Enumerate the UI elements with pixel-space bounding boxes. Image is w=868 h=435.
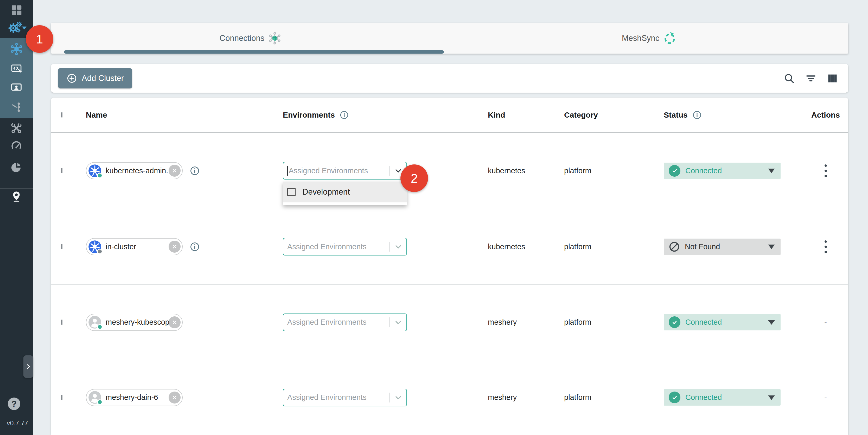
row-actions-menu-icon[interactable] — [823, 163, 829, 179]
status-info-icon[interactable] — [692, 110, 702, 120]
connection-name: kubernetes-admin... — [102, 166, 168, 175]
connection-name: meshery-dain-6 — [102, 393, 168, 402]
add-cluster-label: Add Cluster — [82, 74, 124, 83]
kind-cell: kubernetes — [488, 243, 564, 251]
help-button[interactable]: ? — [8, 398, 20, 410]
kind-cell: meshery — [488, 318, 564, 327]
avatar-icon — [88, 315, 102, 329]
sidebar-item-connections-mesh-icon[interactable] — [10, 43, 23, 55]
search-icon[interactable] — [783, 72, 795, 84]
tab-bar: Connections MeshSync — [51, 23, 848, 54]
sidebar-item-person-screen-icon[interactable] — [10, 82, 22, 93]
table-row: meshery-kubescop... Assigned Environment… — [51, 285, 848, 360]
select-all-checkbox[interactable] — [61, 112, 62, 118]
remove-connection-button[interactable] — [168, 241, 181, 253]
app-version: v0.7.77 — [7, 420, 28, 427]
status-dot-green — [97, 399, 102, 405]
chevron-down-icon[interactable] — [394, 393, 403, 402]
check-circle-icon — [669, 165, 680, 177]
status-dropdown-connected[interactable]: Connected — [664, 163, 781, 179]
table-header-row: Name Environments Kind Category Status A… — [51, 98, 848, 133]
status-label: Connected — [685, 318, 722, 327]
environments-info-icon[interactable] — [340, 110, 349, 120]
tab-connections[interactable]: Connections — [51, 23, 450, 54]
header-actions: Actions — [811, 111, 840, 119]
configuration-wrenches-icon[interactable] — [10, 122, 22, 134]
row-checkbox[interactable] — [61, 168, 62, 173]
status-dot-green — [97, 173, 102, 178]
connection-info-icon[interactable] — [190, 166, 200, 176]
remove-connection-button[interactable] — [168, 316, 181, 328]
status-dot-green — [97, 324, 102, 330]
header-name: Name — [86, 111, 107, 119]
row-actions-menu-icon[interactable] — [823, 239, 829, 255]
option-checkbox[interactable] — [287, 188, 296, 196]
environments-select[interactable]: Assigned Environments — [283, 389, 407, 406]
header-status: Status — [664, 111, 688, 119]
header-category: Category — [564, 111, 598, 119]
kind-cell: meshery — [488, 393, 564, 402]
table-toolbar: Add Cluster — [51, 64, 848, 93]
environments-select[interactable]: Assigned Environments — [283, 238, 407, 255]
dashboard-grid-icon[interactable] — [11, 4, 22, 15]
chevron-right-icon — [25, 363, 32, 370]
tab-meshsync[interactable]: MeshSync — [450, 23, 848, 54]
text-cursor — [287, 166, 288, 176]
row-checkbox[interactable] — [61, 395, 62, 400]
table-row: meshery-dain-6 Assigned Environments mes… — [51, 360, 848, 434]
extensions-pie-icon[interactable] — [10, 161, 22, 173]
environments-placeholder: Assigned Environments — [287, 243, 367, 251]
sidebar-item-branch-icon[interactable] — [10, 101, 22, 113]
row-checkbox[interactable] — [61, 319, 62, 325]
category-cell: platform — [564, 318, 664, 327]
view-columns-icon[interactable] — [827, 72, 838, 84]
connection-name-chip[interactable]: kubernetes-admin... — [86, 162, 183, 179]
annotation-badge-1-number: 1 — [36, 32, 43, 46]
avatar-icon — [88, 391, 102, 404]
performance-speedometer-icon[interactable] — [10, 140, 22, 152]
environments-placeholder: Assigned Environments — [287, 318, 367, 327]
active-tab-indicator — [64, 50, 444, 54]
status-dropdown-connected[interactable]: Connected — [664, 389, 781, 406]
environments-select[interactable]: Assigned Environments — [283, 162, 407, 180]
select-divider — [390, 317, 390, 327]
annotation-badge-2-number: 2 — [411, 171, 418, 186]
select-divider — [390, 242, 390, 252]
sidebar-expand-button[interactable] — [23, 355, 33, 378]
remove-connection-button[interactable] — [168, 392, 181, 404]
caret-down-icon — [768, 168, 775, 173]
row-checkbox[interactable] — [61, 244, 62, 249]
environments-placeholder: Assigned Environments — [289, 166, 368, 175]
option-label: Development — [302, 187, 350, 197]
header-environments: Environments — [283, 111, 335, 119]
environment-option-development[interactable]: Development — [283, 182, 407, 203]
chevron-down-icon[interactable] — [394, 242, 403, 252]
tab-connections-label: Connections — [220, 34, 265, 43]
lifecycle-gear-tiny-icon — [16, 28, 21, 33]
sidebar-item-code-screen-icon[interactable] — [10, 63, 22, 75]
status-label: Connected — [685, 166, 722, 175]
connection-name-chip[interactable]: meshery-kubescop... — [86, 314, 183, 331]
plus-circle-icon — [66, 73, 77, 84]
lifecycle-expand-caret-icon[interactable] — [22, 27, 27, 29]
environments-dropdown-menu: Development — [283, 182, 407, 205]
environments-select[interactable]: Assigned Environments — [283, 313, 407, 331]
tab-meshsync-label: MeshSync — [622, 34, 659, 43]
remove-connection-button[interactable] — [168, 165, 181, 177]
location-pin-icon[interactable] — [10, 190, 22, 203]
no-actions-dash: - — [824, 393, 827, 402]
check-circle-icon — [669, 316, 680, 328]
filter-icon[interactable] — [805, 72, 817, 84]
connection-name-chip[interactable]: in-cluster — [86, 238, 183, 255]
help-glyph: ? — [11, 399, 17, 409]
add-cluster-button[interactable]: Add Cluster — [58, 68, 132, 89]
connection-info-icon[interactable] — [190, 242, 200, 252]
caret-down-icon — [768, 396, 775, 400]
kubernetes-logo-icon — [88, 240, 102, 254]
status-dropdown-connected[interactable]: Connected — [664, 314, 781, 331]
lifecycle-gear-small-icon — [16, 21, 22, 28]
status-dropdown-notfound[interactable]: Not Found — [664, 239, 781, 255]
chevron-down-icon[interactable] — [394, 318, 403, 327]
connection-name-chip[interactable]: meshery-dain-6 — [86, 389, 183, 406]
connections-table: Name Environments Kind Category Status A… — [51, 98, 848, 435]
